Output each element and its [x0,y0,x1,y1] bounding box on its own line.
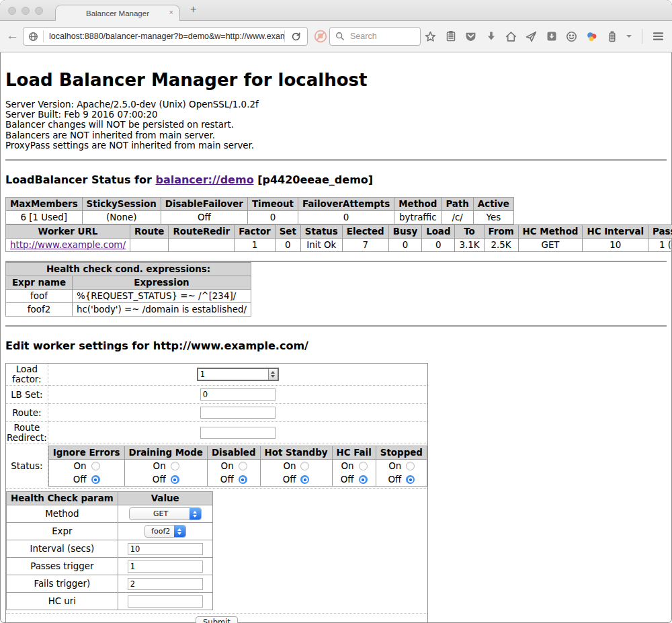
select-arrows-icon [190,508,201,520]
disabled-off-radio[interactable] [239,475,247,484]
header-cell: Status [300,225,342,239]
disabled-on-radio[interactable] [239,462,247,470]
select-arrows-icon [174,526,185,537]
worker-table: Worker URL Route RouteRedir Factor Set S… [5,224,672,252]
form-row: Load factor: [6,364,428,386]
radio-on-label: On [153,460,166,472]
table-row: foof %{REQUEST_STATUS} =~ /^[234]/ [6,290,251,303]
window-buttons [8,7,43,15]
health-check-table: Health Check param Value Method GET Expr [6,491,213,610]
reload-icon[interactable] [291,32,301,42]
expr-name-cell: foof2 [6,303,73,317]
back-icon[interactable]: ← [6,28,19,43]
toolbar-divider [642,29,642,44]
interval-input[interactable] [128,543,203,555]
data-cell: 6 [1 Used] [6,211,83,224]
worker-url-cell: http://www.example.com/ [6,239,130,252]
balancer-status-table: MaxMembers StickySession DisableFailover… [5,197,514,224]
draining-mode-off-radio[interactable] [171,475,179,484]
hc-uri-input[interactable] [128,595,203,608]
fails-input[interactable] [128,578,203,590]
tab-balancer-manager[interactable]: Balancer Manager × [55,5,180,21]
expr-select[interactable]: foof2 [144,525,186,538]
expr-name-cell: foof [6,290,73,303]
window-minimize-icon[interactable] [22,7,30,15]
battery-icon[interactable] [606,31,618,42]
home-icon[interactable] [505,31,517,42]
data-cell: 0 [422,239,455,252]
radio-off-label: Off [341,474,354,485]
pocket-icon[interactable] [465,31,476,42]
header-cell: Ignore Errors [48,446,124,460]
data-cell: Yes [473,211,513,224]
ignore-errors-off-radio[interactable] [91,475,100,484]
form-row: Health Check param Value Method GET Expr [6,489,428,614]
hc-expressions-title: Health check cond. expressions: [6,263,251,276]
ignore-errors-on-radio[interactable] [91,462,100,470]
stopped-on-radio[interactable] [406,462,415,470]
table-header-row: Health Check param Value [7,492,213,505]
header-cell: Hot Standby [260,446,332,460]
lb-set-input[interactable] [200,388,276,401]
header-cell: Busy [388,225,421,239]
route-redirect-input[interactable] [200,427,276,439]
hc-uri-cell [118,593,212,610]
hc-fail-off-radio[interactable] [359,475,368,484]
health-check-cell: Health Check param Value Method GET Expr [6,489,428,614]
install-icon[interactable] [546,31,557,42]
send-icon[interactable] [526,31,537,42]
window-zoom-icon[interactable] [35,7,43,15]
hot-standby-on-radio[interactable] [300,462,309,470]
expression-cell: %{REQUEST_STATUS} =~ /^[234]/ [73,290,251,303]
tab-close-icon[interactable]: × [169,8,173,16]
load-factor-input[interactable] [198,369,268,380]
hot-standby-off-radio[interactable] [300,475,309,484]
dropdown-caret-icon[interactable] [626,35,632,38]
passes-input[interactable] [128,560,203,573]
method-select[interactable]: GET [129,507,202,520]
colors-icon[interactable] [586,31,597,42]
route-input[interactable] [200,407,276,419]
window-close-icon[interactable] [8,7,16,15]
worker-url-link[interactable]: http://www.example.com/ [10,240,126,250]
route-label: Route: [6,404,48,422]
header-cell: Expr name [6,276,73,290]
reading-list-icon[interactable] [445,31,456,42]
submit-button[interactable]: Submit [196,616,238,623]
header-cell: Timeout [247,198,298,211]
hc-uri-label: HC uri [7,593,118,610]
downloads-icon[interactable] [485,31,497,42]
url-text[interactable]: localhost:8880/balancer-manager?b=demo&w… [44,32,284,41]
proxypass-note-line: ProxyPass settings are NOT inherited fro… [5,140,667,151]
form-row: Status: Ignore Errors Draining Mode Disa… [6,444,428,489]
data-cell: GET [518,239,583,252]
stopped-off-radio[interactable] [406,475,415,484]
data-cell: 2.5K [484,239,518,252]
hc-fail-on-radio[interactable] [359,462,368,470]
edit-worker-form: Load factor: LB Set: Route: Route Redire… [5,363,428,623]
form-row: Submit [6,614,428,623]
radio-on-label: On [341,460,354,472]
feedback-smiley-icon[interactable] [566,31,577,42]
lb-set-label: LB Set: [6,386,48,404]
interval-label: Interval (secs) [7,540,118,558]
bookmark-star-icon[interactable] [425,31,436,42]
header-cell: Set [275,225,300,239]
form-row: LB Set: [6,386,428,404]
method-label: Method [7,505,118,523]
url-bar[interactable]: localhost:8880/balancer-manager?b=demo&w… [23,27,308,46]
radio-on-label: On [73,460,86,472]
radio-off-label: Off [153,474,166,485]
adblock-icon[interactable] [314,30,327,46]
data-cell: 1 (0) [648,239,672,252]
radio-off-label: Off [73,474,87,485]
balancer-demo-link[interactable]: balancer://demo [155,173,253,186]
menu-icon[interactable] [653,31,664,42]
new-tab-icon[interactable]: + [190,3,196,15]
draining-mode-on-radio[interactable] [171,462,179,470]
page-title: Load Balancer Manager for localhost [5,70,667,90]
search-bar[interactable] [329,27,421,46]
search-input[interactable] [349,31,420,42]
stepper-arrows-icon[interactable] [268,369,278,380]
fails-cell [118,575,212,593]
